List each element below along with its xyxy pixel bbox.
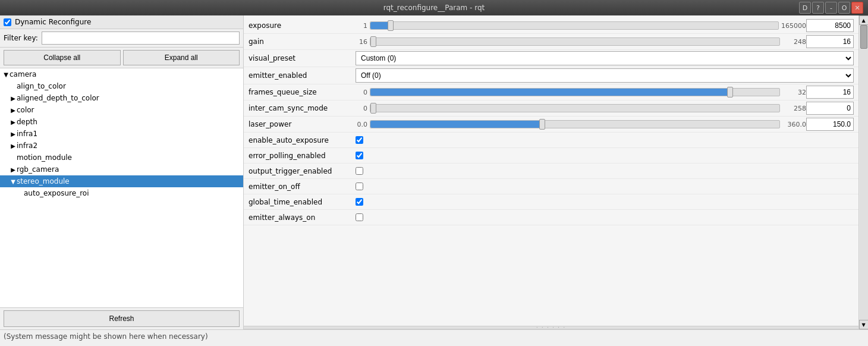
scroll-up-button[interactable]: ▲	[859, 15, 869, 25]
slider-max-gain: 248	[782, 38, 806, 46]
top-bar: Dynamic Reconfigure	[0, 15, 243, 29]
checkbox-global-time-enabled[interactable]	[356, 198, 363, 206]
slider-thumb-gain[interactable]	[370, 36, 376, 47]
tree-item-color[interactable]: ▶ color	[0, 104, 243, 116]
checkbox-error-polling-enabled[interactable]	[356, 152, 363, 159]
arrow-icon: ▶	[10, 131, 17, 137]
slider-track-exposure[interactable]	[370, 21, 779, 30]
select-emitter-enabled[interactable]: Off (0)	[356, 68, 854, 83]
param-value-gain[interactable]	[806, 35, 854, 48]
slider-max-fqs: 32	[782, 89, 806, 96]
arrow-icon: ▶	[10, 166, 17, 173]
tree-item-aligned-depth-to-color[interactable]: ▶ aligned_depth_to_color	[0, 92, 243, 104]
tree-item-infra1[interactable]: ▶ infra1	[0, 128, 243, 140]
checkbox-control-gte	[356, 198, 363, 206]
toolbar-icons: D ? - O ✕	[799, 2, 863, 14]
param-row-frames-queue-size: frames_queue_size 0 32	[244, 84, 858, 100]
param-row-exposure: exposure 1 165000	[244, 18, 858, 34]
o-button[interactable]: O	[838, 2, 850, 14]
slider-thumb-exposure[interactable]	[388, 20, 394, 31]
param-row-error-polling-enabled: error_polling_enabled	[244, 148, 858, 163]
slider-min-lp: 0.0	[356, 121, 367, 128]
checkbox-control-ote	[356, 167, 363, 175]
param-row-emitter-always-on: emitter_always_on	[244, 210, 858, 225]
param-name-emitter-always-on: emitter_always_on	[249, 213, 356, 222]
tree-item-stereo-module[interactable]: ▼ stereo_module	[0, 175, 243, 187]
tree-label-motion-module: motion_module	[17, 153, 72, 162]
filter-row: Filter key:	[0, 29, 243, 48]
slider-track-icsm[interactable]	[370, 104, 780, 112]
slider-thumb-icsm[interactable]	[370, 103, 376, 114]
checkbox-control-eao	[356, 213, 363, 221]
param-row-enable-auto-exposure: enable_auto_exposure	[244, 133, 858, 148]
right-with-scroll: exposure 1 165000 gain	[244, 15, 868, 329]
dash-button[interactable]: -	[825, 2, 837, 14]
window-title: rqt_reconfigure__Param - rqt	[0, 4, 868, 12]
slider-fill-lp	[370, 121, 542, 128]
slider-track-fqs[interactable]	[370, 88, 780, 96]
tree-item-infra2[interactable]: ▶ infra2	[0, 140, 243, 152]
tree-item-rgb-camera[interactable]: ▶ rgb_camera	[0, 163, 243, 175]
checkbox-emitter-always-on[interactable]	[356, 213, 363, 221]
param-value-lp[interactable]	[806, 118, 854, 131]
scroll-down-button[interactable]: ▼	[859, 320, 869, 329]
param-row-visual-preset: visual_preset Custom (0)	[244, 50, 858, 67]
param-name-inter-cam-sync-mode: inter_cam_sync_mode	[249, 104, 356, 112]
expand-all-button[interactable]: Expand all	[123, 50, 240, 65]
right-panel: exposure 1 165000 gain	[244, 15, 858, 329]
checkbox-output-trigger-enabled[interactable]	[356, 167, 363, 175]
scroll-thumb[interactable]	[860, 25, 867, 49]
param-row-emitter-on-off: emitter_on_off	[244, 179, 858, 194]
param-row-emitter-enabled: emitter_enabled Off (0)	[244, 67, 858, 84]
param-name-exposure: exposure	[249, 21, 356, 30]
dropdown-emitter-enabled: Off (0)	[356, 68, 854, 83]
filter-input[interactable]	[42, 32, 240, 45]
slider-max-exposure: 165000	[781, 22, 806, 30]
param-value-icsm[interactable]	[806, 102, 854, 115]
param-name-laser-power: laser_power	[249, 120, 356, 128]
param-value-fqs[interactable]	[806, 86, 854, 99]
button-row: Collapse all Expand all	[0, 48, 243, 68]
checkbox-control-epe	[356, 152, 363, 159]
dropdown-visual-preset: Custom (0)	[356, 51, 854, 65]
arrow-icon: ▶	[10, 95, 17, 102]
collapse-all-button[interactable]: Collapse all	[4, 50, 121, 65]
tree-item-align-to-color[interactable]: align_to_color	[0, 80, 243, 92]
slider-max-lp: 360.0	[782, 121, 806, 128]
help-button[interactable]: ?	[812, 2, 824, 14]
slider-min-gain: 16	[356, 38, 367, 46]
param-value-exposure[interactable]	[806, 19, 854, 32]
filter-label: Filter key:	[4, 34, 38, 42]
arrow-icon: ▼	[10, 178, 17, 185]
tree-item-auto-exposure-roi[interactable]: auto_exposure_roi	[0, 187, 243, 199]
refresh-button[interactable]: Refresh	[4, 310, 240, 327]
checkbox-emitter-on-off[interactable]	[356, 183, 363, 190]
slider-track-gain[interactable]	[370, 37, 780, 46]
tree-label-camera: camera	[10, 70, 36, 78]
param-control-exposure: 1 165000	[356, 21, 806, 30]
slider-min-fqs: 0	[356, 89, 367, 96]
select-visual-preset[interactable]: Custom (0)	[356, 51, 854, 65]
d-button[interactable]: D	[799, 2, 811, 14]
tree-item-depth[interactable]: ▶ depth	[0, 116, 243, 128]
app-body: Dynamic Reconfigure Filter key: Collapse…	[0, 15, 868, 329]
slider-track-lp[interactable]	[370, 120, 780, 128]
tree-item-camera[interactable]: ▼ camera	[0, 68, 243, 80]
arrow-icon: ▶	[10, 107, 17, 114]
arrow-icon: ▶	[10, 119, 17, 125]
drag-dots: · · · · · ·	[536, 325, 566, 330]
slider-thumb-fqs[interactable]	[727, 87, 733, 97]
arrow-icon: ▼	[2, 71, 10, 78]
param-name-gain: gain	[249, 37, 356, 46]
tree-item-motion-module[interactable]: motion_module	[0, 152, 243, 163]
dynamic-reconfig-checkbox[interactable]	[4, 18, 11, 26]
title-bar: rqt_reconfigure__Param - rqt D ? - O ✕	[0, 0, 868, 15]
param-control-gain: 16 248	[356, 37, 806, 46]
scroll-track	[860, 25, 868, 320]
close-button[interactable]: ✕	[851, 2, 863, 14]
tree-label-depth: depth	[17, 118, 37, 126]
checkbox-enable-auto-exposure[interactable]	[356, 136, 363, 144]
slider-thumb-lp[interactable]	[539, 119, 545, 130]
param-control-laser-power: 0.0 360.0	[356, 120, 806, 128]
slider-fill-fqs	[370, 89, 730, 96]
